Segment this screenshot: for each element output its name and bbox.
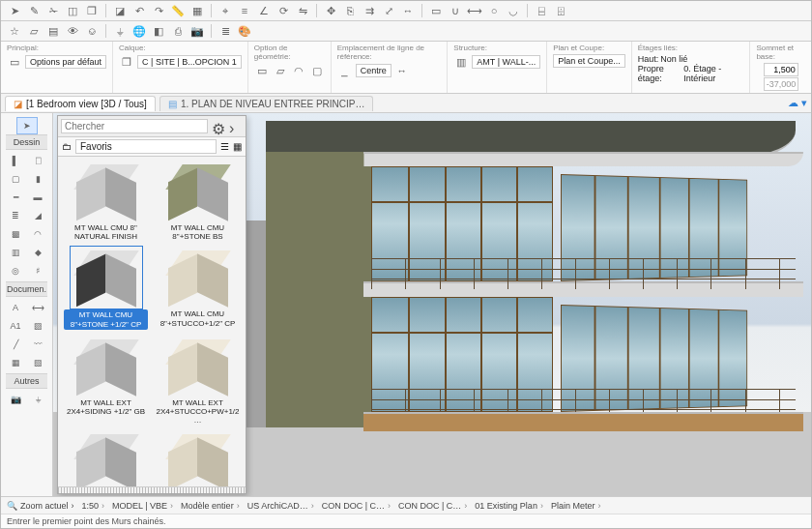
box-icon[interactable]: ▭	[428, 3, 444, 18]
geom-opt4-icon[interactable]: ▢	[309, 63, 325, 78]
stretch-icon[interactable]: ↔	[400, 3, 416, 18]
layers-icon[interactable]: ❐	[84, 3, 100, 18]
favorite-item[interactable]	[64, 432, 148, 486]
status-segment[interactable]: US ArchiCAD…	[247, 501, 314, 511]
teamwork-status[interactable]: ☁ ▾	[788, 97, 807, 109]
geom-opt2-icon[interactable]: ▱	[273, 63, 288, 78]
cut-icon[interactable]: ✁	[45, 3, 61, 18]
offset-icon[interactable]: ⇉	[362, 3, 377, 18]
hatch-tool[interactable]: ▧	[28, 355, 47, 370]
status-segment[interactable]: CON DOC | C…	[322, 501, 391, 511]
circle-icon[interactable]: ○	[486, 3, 502, 18]
pointer-icon[interactable]: ➤	[7, 3, 22, 18]
snap-icon[interactable]: ⌖	[218, 3, 233, 18]
morph-tool[interactable]: ◆	[28, 245, 47, 260]
geom-opt3-icon[interactable]: ◠	[291, 63, 306, 78]
door-tool[interactable]: ⎕	[28, 153, 47, 168]
section-icon[interactable]: ⎉	[84, 23, 100, 39]
layer-icon[interactable]: ❐	[119, 54, 134, 70]
pen-icon[interactable]: ✎	[26, 3, 42, 18]
zoom-control[interactable]: 🔍Zoom actuel›	[7, 501, 74, 511]
grid-icon[interactable]: ▦	[189, 3, 205, 18]
stair-tool[interactable]: ≣	[6, 208, 25, 223]
opts-refline-value[interactable]: Centre	[356, 64, 392, 77]
favorite-item[interactable]: MT WALL CMU 8"+STONE BS	[156, 162, 240, 241]
move-icon[interactable]: ✥	[323, 3, 338, 18]
opts-structure-value[interactable]: AMT | WALL-...	[472, 55, 540, 69]
curtain-tool[interactable]: ▥	[6, 245, 25, 260]
composite-icon[interactable]: ▥	[453, 54, 469, 70]
rotate-icon[interactable]: ⟳	[276, 3, 291, 18]
camera-icon[interactable]: 📷	[189, 23, 205, 39]
favorite-item[interactable]	[156, 432, 240, 486]
sommet-top-input[interactable]	[764, 63, 798, 76]
status-segment[interactable]: CON DOC | C…	[398, 501, 467, 511]
slab-tool[interactable]: ▬	[28, 190, 47, 205]
toolbox-section-autres[interactable]: Autres	[6, 373, 47, 389]
scale-control[interactable]: 1:50	[82, 501, 105, 511]
search-input[interactable]	[61, 119, 208, 133]
3d-viewport[interactable]: ⚙ › 🗀 Favoris ☰ ▦ MT WALL CMU 8" NATURAL…	[53, 113, 811, 496]
join-icon[interactable]: ∪	[448, 3, 463, 18]
palette-icon[interactable]: 🎨	[237, 23, 252, 39]
text-tool[interactable]: A	[6, 300, 25, 315]
roof-tool[interactable]: ◢	[28, 208, 47, 223]
refline-icon[interactable]: ⎯	[337, 63, 353, 78]
mirror-icon[interactable]: ⇋	[295, 3, 310, 18]
status-segment[interactable]: 01 Existing Plan	[475, 501, 543, 511]
redo-icon[interactable]: ↷	[151, 3, 166, 18]
grid-view-icon[interactable]: ▦	[233, 141, 242, 152]
sheet-icon[interactable]: ▤	[45, 23, 61, 39]
cube-icon[interactable]: ◪	[112, 3, 128, 18]
railing-tool[interactable]: ♯	[28, 263, 47, 279]
ruler-icon[interactable]: 📏	[170, 3, 186, 18]
3d-icon[interactable]: ◧	[151, 23, 166, 39]
fill-tool[interactable]: ▨	[28, 318, 47, 334]
eraser-icon[interactable]: ◫	[65, 3, 80, 18]
line-tool[interactable]: ╱	[6, 337, 25, 352]
print-icon[interactable]: ⎙	[170, 23, 186, 39]
measure-icon[interactable]: ⟷	[467, 3, 482, 18]
favorite-item[interactable]: MT WALL CMU 8"+STONE +1/2" CP	[64, 249, 148, 329]
status-segment[interactable]: Plain Meter	[551, 501, 601, 511]
gear-icon[interactable]: ⚙	[212, 120, 225, 133]
toolbox-section-documen-[interactable]: Documen.	[6, 281, 47, 297]
outline-icon[interactable]: ▱	[26, 23, 42, 39]
favorite-item[interactable]: MT WALL EXT 2X4+SIDING +1/2" GB	[64, 338, 148, 426]
elev-icon[interactable]: ⏚	[112, 23, 128, 39]
favorites-panel[interactable]: ⚙ › 🗀 Favoris ☰ ▦ MT WALL CMU 8" NATURAL…	[57, 115, 246, 494]
ungroup-icon[interactable]: ⌹	[553, 3, 568, 18]
favorite-item[interactable]: MT WALL CMU 8"+STUCCO+1/2" CP	[156, 249, 240, 329]
status-segment[interactable]: Modèle entier	[181, 501, 240, 511]
arc-icon[interactable]: ◡	[506, 3, 521, 18]
offset-icon[interactable]: ↔	[394, 63, 410, 78]
defaults-icon[interactable]: ▭	[7, 54, 22, 70]
mesh-tool[interactable]: ▩	[6, 226, 25, 242]
list-view-icon[interactable]: ☰	[220, 141, 229, 152]
panel-resize-handle[interactable]	[58, 486, 246, 493]
panel-folder-label[interactable]: Favoris	[75, 139, 217, 154]
layers2-icon[interactable]: ≣	[218, 23, 233, 39]
angle-icon[interactable]: ∠	[256, 3, 272, 18]
zone-tool[interactable]: ▦	[6, 355, 25, 370]
column-tool[interactable]: ▮	[28, 171, 47, 187]
object-tool[interactable]: ◎	[6, 263, 25, 279]
status-segment[interactable]: MODEL | VBE	[112, 501, 173, 511]
haut-value[interactable]: Non lié	[660, 54, 687, 64]
globe-icon[interactable]: 🌐	[131, 23, 147, 39]
label-tool[interactable]: A1	[6, 318, 25, 334]
wall-tool[interactable]: ▌	[6, 153, 25, 168]
opts-principal-value[interactable]: Options par défaut	[25, 55, 106, 69]
dim-tool[interactable]: ⟷	[28, 300, 47, 315]
group-icon[interactable]: ⌸	[534, 3, 549, 18]
camera-tool[interactable]: 📷	[6, 392, 25, 407]
beam-tool[interactable]: ━	[6, 190, 25, 205]
tab-3d-view[interactable]: ◪ [1 Bedroom view [3D / Tous]	[5, 96, 156, 111]
star-icon[interactable]: ☆	[7, 23, 22, 39]
align-icon[interactable]: ≡	[237, 3, 252, 18]
opts-calque-value[interactable]: C | SITE | B...OPCION 1	[137, 55, 242, 69]
chevron-right-icon[interactable]: ›	[229, 120, 243, 133]
scale-icon[interactable]: ⤢	[381, 3, 396, 18]
propre-value[interactable]: 0. Étage - Intérieur	[683, 64, 743, 83]
elev-tool[interactable]: ⏚	[28, 392, 47, 407]
